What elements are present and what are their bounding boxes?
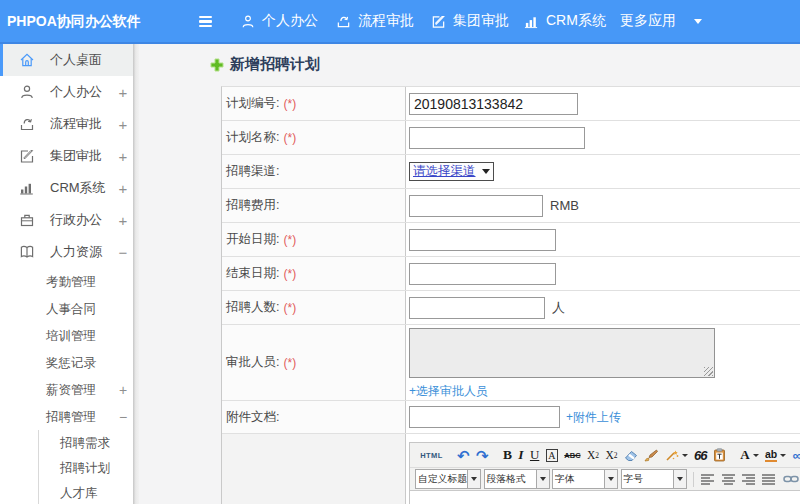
menu-toggle-icon[interactable] [199, 16, 212, 27]
sidebar-item-workflow-approval[interactable]: 流程审批 + [0, 108, 133, 140]
font-size-select[interactable]: 字号 [621, 469, 687, 489]
editor-content-area[interactable] [410, 491, 800, 504]
align-center-icon[interactable] [718, 469, 738, 489]
bold-button[interactable]: B [500, 445, 515, 465]
underline-button[interactable]: U [527, 445, 543, 465]
sidebar-subitem-label: 奖惩记录 [46, 354, 96, 371]
select-value: 自定义标题 [416, 473, 467, 486]
headcount-input[interactable] [409, 297, 545, 319]
required-mark: (*) [283, 356, 296, 370]
app-logo: PHPOA协同办公软件 [7, 0, 141, 42]
field-label: 招聘人数:(*) [222, 291, 406, 324]
collapse-toggle[interactable]: − [116, 244, 130, 261]
dropdown-caret [780, 454, 786, 457]
required-mark: (*) [283, 267, 296, 281]
sidebar-subitem-attendance[interactable]: 考勤管理 [0, 268, 133, 295]
select-approvers-link[interactable]: +选择审批人员 [409, 383, 488, 400]
recruitment-plan-form: 计划编号:(*) 计划名称:(*) 招聘渠道: 请选择渠道 招聘费用: RMB … [221, 86, 800, 504]
custom-heading-select[interactable]: 自定义标题 [415, 469, 481, 489]
blockquote-button[interactable]: 66 [691, 445, 710, 465]
link-icon[interactable]: ∞ [789, 445, 800, 465]
sidebar-item-personal-desktop[interactable]: 个人桌面 [0, 44, 133, 76]
font-color-button[interactable]: A [737, 445, 762, 465]
plan-number-input[interactable] [409, 93, 578, 115]
expand-toggle[interactable]: + [116, 180, 130, 197]
undo-icon[interactable]: ↶ [454, 445, 473, 465]
sidebar-subitem-recruit-plan[interactable]: 招聘计划 [39, 455, 133, 480]
collapse-toggle[interactable]: − [116, 409, 130, 425]
sidebar-subitem-label: 培训管理 [46, 327, 96, 344]
sidebar-item-crm-system[interactable]: CRM系统 + [0, 172, 133, 204]
nav-crm-system[interactable]: CRM系统 [524, 0, 606, 42]
sidebar-item-human-resources[interactable]: 人力资源 − [0, 236, 133, 268]
strikethrough-button[interactable]: ABC [561, 445, 584, 465]
sidebar-subitem-recruitment[interactable]: 招聘管理 − [0, 403, 133, 430]
workflow-icon [19, 116, 35, 132]
sidebar-subitem-training[interactable]: 培训管理 [0, 322, 133, 349]
sidebar-item-admin-office[interactable]: 行政办公 + [0, 204, 133, 236]
main-content: 新增招聘计划 计划编号:(*) 计划名称:(*) 招聘渠道: 请选择渠道 招聘费… [139, 44, 800, 504]
form-row-plan-number: 计划编号:(*) [222, 87, 800, 121]
paste-text-icon[interactable] [710, 445, 729, 465]
attachment-upload-link[interactable]: +附件上传 [566, 409, 621, 426]
align-right-icon[interactable] [739, 469, 759, 489]
sidebar-item-group-approval[interactable]: 集团审批 + [0, 140, 133, 172]
highlight-color-button[interactable]: ab [762, 445, 790, 465]
recruit-cost-input[interactable] [409, 195, 543, 217]
italic-button[interactable]: I [515, 445, 527, 465]
superscript-button[interactable]: X2 [584, 445, 602, 465]
align-left-icon[interactable] [698, 469, 718, 489]
plan-name-input[interactable] [409, 127, 585, 149]
format-wand-icon[interactable] [661, 445, 690, 465]
sidebar-hr-submenu: 考勤管理 人事合同 培训管理 奖惩记录 薪资管理 + 招聘管理 − 招聘需求 招… [0, 268, 133, 504]
sidebar-subitem-recruit-demand[interactable]: 招聘需求 [39, 430, 133, 455]
resize-grip-icon[interactable] [704, 367, 713, 376]
paragraph-format-select[interactable]: 段落格式 [484, 469, 550, 489]
expand-toggle[interactable]: + [116, 84, 130, 101]
subscript-button[interactable]: X2 [602, 445, 620, 465]
sidebar-subitem-hr-contract[interactable]: 人事合同 [0, 295, 133, 322]
sidebar-item-personal-office[interactable]: 个人办公 + [0, 76, 133, 108]
channel-select[interactable]: 请选择渠道 [409, 162, 494, 181]
attachment-input[interactable] [409, 406, 560, 428]
editor-toolbar-row1: HTML ↶ ↷ B I U A ABC X2 X2 [410, 443, 800, 468]
form-row-recruit-cost: 招聘费用: RMB [222, 189, 800, 223]
sidebar-subitem-label: 招聘管理 [46, 408, 96, 425]
workflow-icon [336, 14, 351, 29]
add-plus-icon [210, 58, 224, 72]
field-label: 计划编号:(*) [222, 87, 406, 120]
nav-group-approval[interactable]: 集团审批 [431, 0, 509, 42]
redo-icon[interactable]: ↷ [473, 445, 492, 465]
expand-toggle[interactable]: + [116, 382, 130, 398]
expand-toggle[interactable]: + [116, 148, 130, 165]
approvers-textarea[interactable] [409, 328, 715, 378]
sidebar-subitem-salary[interactable]: 薪资管理 + [0, 376, 133, 403]
expand-toggle[interactable]: + [116, 116, 130, 133]
font-family-select[interactable]: 字体 [552, 469, 618, 489]
nav-workflow-approval[interactable]: 流程审批 [336, 0, 414, 42]
start-date-input[interactable] [409, 229, 556, 251]
eraser-icon[interactable] [621, 445, 641, 465]
sidebar-item-label: 流程审批 [50, 115, 102, 133]
expand-toggle[interactable]: + [116, 212, 130, 229]
nav-more-apps[interactable]: 更多应用 [620, 0, 702, 42]
end-date-input[interactable] [409, 263, 556, 285]
font-style-button[interactable]: A [546, 449, 558, 462]
nav-label: 流程审批 [358, 12, 414, 30]
required-mark: (*) [283, 97, 296, 111]
align-justify-icon[interactable] [759, 469, 779, 489]
insert-link-icon[interactable] [780, 469, 800, 489]
bar-chart-icon [524, 14, 539, 29]
html-source-button[interactable]: HTML [417, 445, 446, 465]
sidebar-subitem-talent-pool[interactable]: 人才库 [39, 480, 133, 504]
top-navigation-bar: PHPOA协同办公软件 个人办公 流程审批 集团审批 CRM系统 更多应用 [0, 0, 800, 44]
edit-icon [431, 14, 446, 29]
sidebar-item-label: 行政办公 [50, 211, 102, 229]
sidebar-scrollbar[interactable] [133, 44, 139, 504]
nav-label: 个人办公 [262, 12, 318, 30]
sidebar-subitem-label: 招聘计划 [60, 459, 110, 476]
sidebar-subitem-label: 薪资管理 [46, 381, 96, 398]
nav-personal-office[interactable]: 个人办公 [241, 0, 318, 42]
format-brush-icon[interactable] [641, 445, 661, 465]
sidebar-subitem-rewards[interactable]: 奖惩记录 [0, 349, 133, 376]
